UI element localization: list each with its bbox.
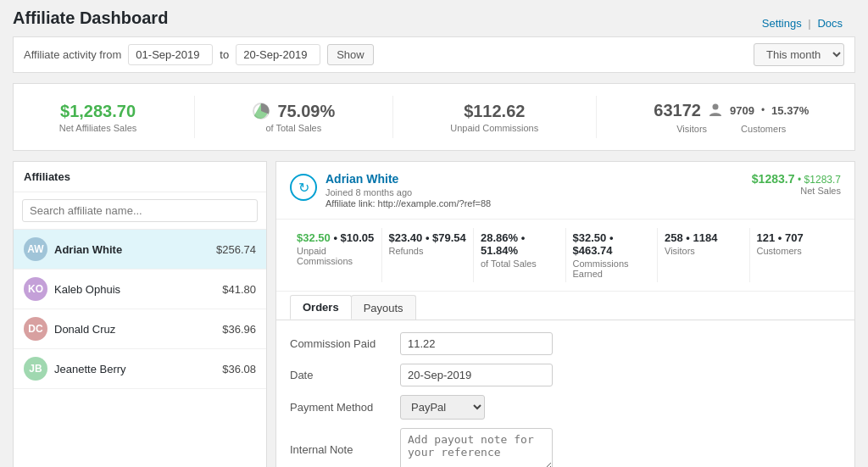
tab-content-orders: Commission Paid Date Payment Method PayP…: [276, 320, 854, 467]
tab-payouts[interactable]: Payouts: [351, 295, 416, 320]
stats-bar: $1,283.70 Net Affiliates Sales 75.09% of…: [13, 83, 855, 151]
detail-commissions-label: Commissions Earned: [573, 259, 651, 279]
affiliate-item-1[interactable]: KO Kaleb Ophuis $41.80: [14, 270, 266, 309]
detail-unpaid-commissions: $32.50 • $10.05 Unpaid Commissions: [290, 228, 382, 282]
affiliates-heading: Affiliates: [14, 162, 266, 192]
internal-note-row: Internal Note: [290, 428, 841, 467]
detail-net-sales: $1283.7 • $1283.7 Net Sales: [752, 172, 841, 196]
join-date: Joined 8 months ago: [326, 187, 491, 197]
visitors-stat: 63172 9709 • 15.37% Visitors Customers: [654, 101, 809, 134]
to-label: to: [220, 48, 229, 61]
payment-method-select[interactable]: PayPal: [400, 395, 485, 420]
period-select[interactable]: This month: [754, 43, 844, 66]
top-links: Settings | Docs: [762, 17, 843, 30]
main-area: Affiliates AW Adrian White $256.74 KO Ka…: [13, 161, 855, 467]
tabs-row: Orders Payouts: [276, 295, 854, 320]
affiliate-amount-2: $36.96: [222, 323, 256, 336]
tab-orders[interactable]: Orders: [290, 295, 352, 320]
affiliate-amount-0: $256.74: [216, 243, 256, 256]
stat-divider-3: [596, 96, 597, 138]
refresh-icon: ↻: [290, 174, 317, 201]
total-sales-pct: 75.09%: [277, 102, 335, 121]
detail-refunds: $23.40 • $79.54 Refunds: [382, 228, 475, 282]
search-input[interactable]: [22, 199, 258, 222]
detail-visitors-count: 258: [665, 231, 683, 244]
affiliate-name-1: Kaleb Ophuis: [54, 283, 215, 296]
detail-unpaid-label: Unpaid Commissions: [297, 246, 375, 266]
visitors-label: Visitors: [676, 124, 707, 134]
detail-panel: ↻ Adrian White Joined 8 months ago Affil…: [275, 161, 855, 467]
internal-note-label: Internal Note: [290, 443, 400, 456]
affiliate-name-3: Jeanette Berry: [54, 363, 215, 375]
detail-refunds-amount: $23.40: [389, 231, 423, 244]
payment-method-label: Payment Method: [290, 401, 400, 414]
detail-net-sales-amount-alt: • $1283.7: [798, 174, 841, 186]
detail-stats: $32.50 • $10.05 Unpaid Commissions $23.4…: [276, 220, 854, 292]
person-icon: [708, 103, 723, 118]
commission-paid-row: Commission Paid: [290, 332, 841, 355]
detail-unpaid-amount: $32.50: [297, 231, 331, 244]
date-input[interactable]: [400, 364, 553, 386]
svg-point-1: [712, 104, 718, 110]
affiliate-name-link[interactable]: Adrian White: [326, 172, 398, 186]
affiliate-amount-3: $36.08: [222, 363, 256, 375]
affiliate-link-value: http://example.com/?ref=88: [378, 198, 492, 208]
unpaid-commissions-amount: $112.62: [464, 102, 525, 121]
activity-from-label: Affiliate activity from: [24, 48, 121, 61]
detail-commissions-amount: $32.50: [573, 231, 607, 244]
detail-net-sales-label: Net Sales: [752, 186, 841, 196]
commission-paid-input[interactable]: [400, 332, 553, 355]
unpaid-commissions-label: Unpaid Commissions: [450, 123, 538, 133]
unpaid-commissions-stat: $112.62 Unpaid Commissions: [450, 102, 538, 133]
total-sales-label: of Total Sales: [265, 123, 321, 133]
affiliate-name-2: Donald Cruz: [54, 323, 215, 336]
customers-pct: 15.37%: [771, 104, 809, 117]
activity-filter-bar: Affiliate activity from to Show This mon…: [13, 36, 855, 73]
net-sales-label: Net Affiliates Sales: [59, 123, 137, 133]
date-from-input[interactable]: [128, 44, 213, 65]
link-divider: |: [808, 17, 810, 30]
affiliate-item-3[interactable]: JB Jeanette Berry $36.08: [14, 349, 266, 389]
detail-customers-extra: • 707: [778, 231, 804, 244]
commission-paid-label: Commission Paid: [290, 337, 400, 350]
page-title: Affiliate Dashboard: [13, 8, 855, 28]
customers-count: 9709: [730, 104, 754, 117]
net-sales-stat: $1,283.70 Net Affiliates Sales: [59, 102, 137, 133]
date-to-input[interactable]: [236, 44, 320, 65]
date-row: Date: [290, 364, 841, 386]
internal-note-textarea[interactable]: [400, 428, 553, 467]
show-button[interactable]: Show: [327, 44, 374, 65]
affiliate-link-label: Affiliate link:: [326, 198, 376, 208]
detail-total-sales-label: of Total Sales: [481, 259, 559, 269]
detail-visitors: 258 • 1184 Visitors: [658, 228, 750, 282]
search-box: [14, 192, 266, 230]
date-label: Date: [290, 369, 400, 381]
pie-chart-icon: [252, 102, 270, 120]
detail-customers: 121 • 707 Customers: [750, 228, 842, 282]
detail-refunds-label: Refunds: [389, 246, 467, 256]
affiliate-info-text: Adrian White Joined 8 months ago Affilia…: [326, 172, 491, 208]
detail-header: ↻ Adrian White Joined 8 months ago Affil…: [276, 162, 854, 220]
affiliate-list: AW Adrian White $256.74 KO Kaleb Ophuis …: [14, 230, 266, 389]
payment-method-row: Payment Method PayPal: [290, 395, 841, 420]
detail-customers-label: Customers: [757, 246, 835, 256]
affiliate-link-row: Affiliate link: http://example.com/?ref=…: [326, 198, 491, 208]
detail-unpaid-extra: • $10.05: [333, 231, 374, 244]
affiliate-avatar-2: DC: [24, 317, 47, 341]
affiliate-avatar-3: JB: [24, 357, 47, 381]
settings-link[interactable]: Settings: [762, 17, 802, 30]
total-sales-stat: 75.09% of Total Sales: [252, 102, 335, 133]
detail-visitors-extra: • 1184: [686, 231, 717, 244]
detail-total-sales: 28.86% • 51.84% of Total Sales: [474, 228, 566, 282]
docs-link[interactable]: Docs: [817, 17, 843, 30]
detail-total-sales-pct: 28.86%: [481, 231, 518, 244]
stat-divider-1: [194, 96, 195, 138]
customers-label: Customers: [741, 124, 786, 134]
stat-divider-2: [392, 96, 393, 138]
visitors-count: 63172: [654, 101, 701, 120]
affiliates-panel: Affiliates AW Adrian White $256.74 KO Ka…: [13, 161, 267, 467]
affiliate-item-0[interactable]: AW Adrian White $256.74: [14, 230, 266, 270]
affiliate-item-2[interactable]: DC Donald Cruz $36.96: [14, 309, 266, 349]
detail-net-sales-amount: $1283.7: [752, 172, 795, 186]
detail-commissions-earned: $32.50 • $463.74 Commissions Earned: [566, 228, 659, 282]
